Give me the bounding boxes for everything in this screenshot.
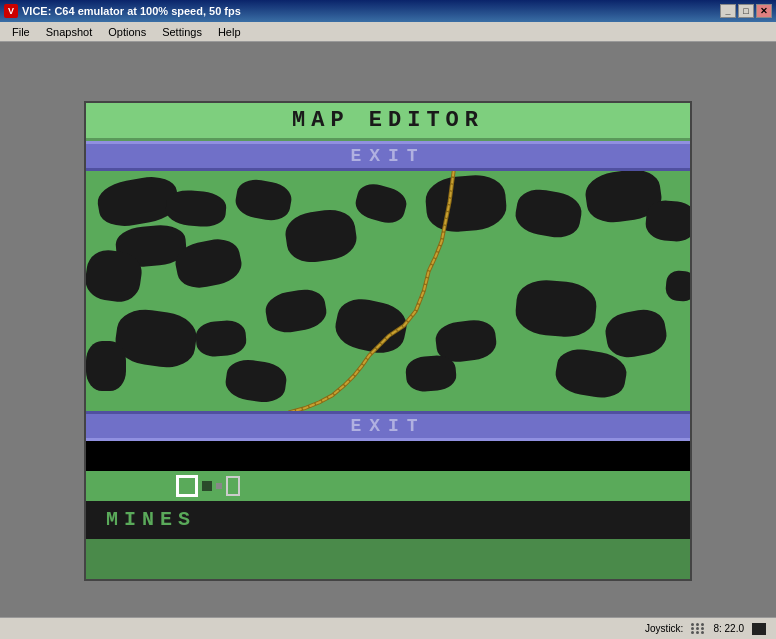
title-bar: V VICE: C64 emulator at 100% speed, 50 f… bbox=[0, 0, 776, 22]
exit-button-bottom[interactable]: EXIT bbox=[86, 411, 690, 441]
status-bar: Joystick: 8: 22.0 bbox=[0, 617, 776, 639]
joystick-icon bbox=[691, 623, 705, 634]
close-button[interactable]: ✕ bbox=[756, 4, 772, 18]
fps-indicator bbox=[752, 623, 766, 635]
window-title: VICE: C64 emulator at 100% speed, 50 fps bbox=[22, 5, 241, 17]
menu-file[interactable]: File bbox=[4, 24, 38, 40]
c64-display: MAP EDITOR EXIT bbox=[86, 103, 690, 579]
mines-bar: MINES bbox=[86, 501, 690, 539]
menu-bar: File Snapshot Options Settings Help bbox=[0, 22, 776, 42]
speed-label: 8: 22.0 bbox=[713, 623, 744, 634]
map-editor-title-text: MAP EDITOR bbox=[292, 108, 484, 133]
mines-label: MINES bbox=[106, 508, 196, 531]
black-status-bar bbox=[86, 441, 690, 471]
menu-snapshot[interactable]: Snapshot bbox=[38, 24, 100, 40]
menu-options[interactable]: Options bbox=[100, 24, 154, 40]
emulator-screen: MAP EDITOR EXIT bbox=[84, 101, 692, 581]
window-controls: _ □ ✕ bbox=[720, 4, 772, 18]
selector-square-icon[interactable] bbox=[176, 475, 198, 497]
menu-settings[interactable]: Settings bbox=[154, 24, 210, 40]
app-icon: V bbox=[4, 4, 18, 18]
joystick-label: Joystick: bbox=[645, 623, 683, 634]
icon-bar bbox=[86, 471, 690, 501]
cursor-icon bbox=[226, 476, 240, 496]
terrain-icon[interactable] bbox=[202, 481, 212, 491]
map-path-svg bbox=[86, 171, 690, 411]
map-area bbox=[86, 171, 690, 411]
window-content: MAP EDITOR EXIT bbox=[0, 42, 776, 639]
joystick-dots bbox=[691, 623, 705, 634]
maximize-button[interactable]: □ bbox=[738, 4, 754, 18]
minimize-button[interactable]: _ bbox=[720, 4, 736, 18]
exit-button-top[interactable]: EXIT bbox=[86, 141, 690, 171]
map-editor-title-bar: MAP EDITOR bbox=[86, 103, 690, 141]
exit-top-label: EXIT bbox=[350, 146, 425, 166]
menu-help[interactable]: Help bbox=[210, 24, 249, 40]
exit-bottom-label: EXIT bbox=[350, 416, 425, 436]
dot-icon bbox=[216, 483, 222, 489]
